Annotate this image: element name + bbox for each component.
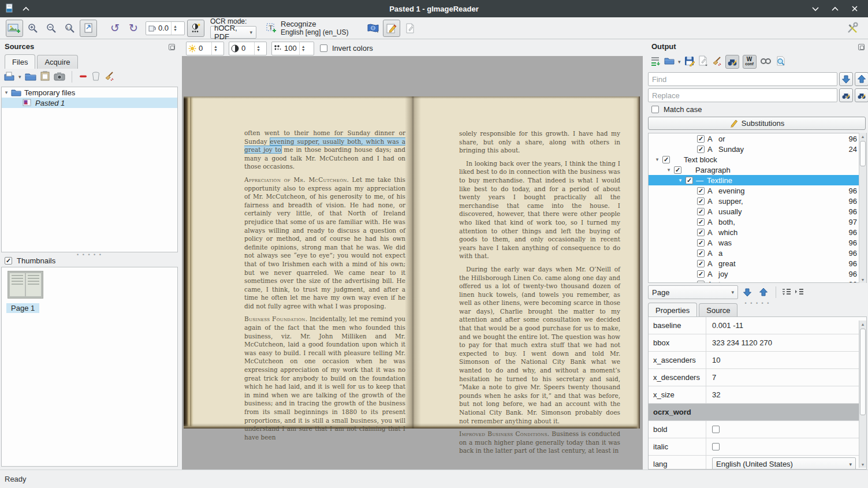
clear-sources-button[interactable] bbox=[104, 71, 114, 83]
recent-files-dropdown-icon[interactable]: ▾ bbox=[18, 74, 21, 80]
clear-output-button[interactable] bbox=[711, 56, 722, 68]
expander-icon[interactable]: ▾ bbox=[2, 90, 11, 95]
edit-mode-toggle[interactable] bbox=[383, 20, 400, 37]
zoom-fit-button[interactable] bbox=[80, 20, 97, 37]
contrast-spin-arrows[interactable]: ▲▼ bbox=[254, 42, 260, 55]
item-checkbox[interactable] bbox=[697, 239, 705, 247]
find-next-button[interactable] bbox=[839, 72, 853, 86]
add-folder-button[interactable] bbox=[25, 72, 36, 83]
match-case-checkbox[interactable] bbox=[651, 106, 659, 113]
tree-row[interactable]: Aa96 bbox=[649, 248, 866, 258]
scroll-up-icon[interactable]: ▲ bbox=[859, 321, 866, 327]
item-checkbox[interactable] bbox=[697, 135, 705, 143]
replace-button[interactable] bbox=[839, 88, 853, 102]
brightness-spinbox[interactable]: 0 ▲▼ bbox=[186, 42, 224, 55]
item-checkbox[interactable] bbox=[697, 218, 705, 226]
zoom-out-button[interactable] bbox=[43, 20, 60, 37]
open-output-dropdown-icon[interactable]: ▾ bbox=[678, 59, 681, 65]
item-checkbox[interactable] bbox=[686, 177, 693, 184]
tree-row[interactable]: Ausually96 bbox=[649, 206, 866, 217]
bold-checkbox[interactable] bbox=[712, 426, 720, 433]
rotate-left-button[interactable]: ↺ bbox=[106, 20, 124, 37]
add-image-file-button[interactable] bbox=[3, 71, 15, 83]
collapse-all-button[interactable] bbox=[794, 288, 804, 297]
tree-row[interactable]: ▾Text block bbox=[649, 154, 866, 165]
shade-icon[interactable] bbox=[21, 3, 31, 14]
item-checkbox[interactable] bbox=[697, 198, 705, 205]
tab-files[interactable]: Files bbox=[5, 54, 35, 69]
save-output-button[interactable] bbox=[684, 56, 695, 68]
sources-detach-icon[interactable] bbox=[169, 44, 175, 50]
link-position-button[interactable] bbox=[760, 58, 772, 66]
insert-append-button[interactable] bbox=[650, 56, 661, 68]
expander-icon[interactable]: ▾ bbox=[665, 167, 673, 173]
thumbnails-checkbox[interactable] bbox=[5, 257, 12, 265]
tree-row[interactable]: Aboth,97 bbox=[649, 217, 866, 227]
lang-combobox[interactable]: English (United States)▾ bbox=[712, 457, 856, 470]
tree-row[interactable]: Aor96 bbox=[649, 133, 866, 144]
tree-row[interactable]: Asupper,96 bbox=[649, 196, 866, 206]
item-checkbox[interactable] bbox=[674, 166, 681, 174]
close-button[interactable] bbox=[850, 3, 860, 14]
previous-item-button[interactable] bbox=[757, 285, 770, 299]
tree-row[interactable]: Ato96 bbox=[649, 279, 866, 283]
tree-row[interactable]: Awhich96 bbox=[649, 227, 866, 237]
tree-row-pasted-1[interactable]: Pasted 1 bbox=[2, 98, 177, 108]
image-canvas[interactable]: often went to their home for Sunday dinn… bbox=[182, 56, 643, 470]
scroll-down-icon[interactable]: ▼ bbox=[859, 461, 866, 468]
add-images-button[interactable] bbox=[6, 20, 23, 37]
open-output-button[interactable] bbox=[664, 57, 675, 67]
next-item-button[interactable] bbox=[740, 285, 754, 299]
replace-all-button[interactable] bbox=[855, 88, 868, 102]
item-checkbox[interactable] bbox=[697, 281, 705, 284]
scanned-book-image[interactable]: often went to their home for Sunday dinn… bbox=[184, 96, 640, 429]
replace-input[interactable] bbox=[648, 88, 837, 102]
scroll-down-icon[interactable]: ▼ bbox=[859, 276, 866, 283]
page-thumbnail[interactable] bbox=[8, 271, 43, 299]
ocr-mode-combobox[interactable]: hOCR, PDF ▾ bbox=[210, 26, 256, 39]
scroll-up-icon[interactable]: ▲ bbox=[859, 133, 866, 140]
find-previous-button[interactable] bbox=[855, 72, 868, 86]
tree-row[interactable]: Ajoy96 bbox=[649, 269, 866, 279]
tree-row[interactable]: Awas96 bbox=[649, 237, 866, 248]
item-checkbox[interactable] bbox=[697, 208, 705, 215]
resolution-spinbox[interactable]: 100 ▲▼ bbox=[271, 42, 314, 55]
item-checkbox[interactable] bbox=[697, 260, 705, 267]
tree-row[interactable]: Aevening96 bbox=[649, 185, 866, 196]
tree-scrollbar[interactable]: ▲ ▼ bbox=[859, 133, 866, 283]
tab-properties[interactable]: Properties bbox=[648, 303, 697, 317]
tree-row-temporary-files[interactable]: ▾ Temporary files bbox=[2, 87, 177, 98]
zoom-original-button[interactable]: 1:1 bbox=[61, 20, 79, 37]
expander-icon[interactable]: ▾ bbox=[676, 177, 684, 183]
rotate-right-button[interactable]: ↻ bbox=[125, 20, 142, 37]
item-checkbox[interactable] bbox=[697, 249, 705, 257]
image-controls-toggle[interactable] bbox=[187, 20, 204, 37]
substitutions-button[interactable]: Substitutions bbox=[648, 117, 866, 130]
zoom-in-button[interactable] bbox=[24, 20, 42, 37]
remove-source-button[interactable] bbox=[79, 72, 88, 83]
tab-source[interactable]: Source bbox=[699, 303, 737, 317]
tab-acquire[interactable]: Acquire bbox=[37, 55, 77, 69]
item-checkbox[interactable] bbox=[697, 270, 705, 278]
preview-search-button[interactable] bbox=[775, 56, 785, 68]
page-mode-combobox[interactable]: Page ▾ bbox=[648, 285, 738, 299]
tree-row[interactable]: ASunday24 bbox=[649, 144, 866, 154]
resolution-spin-arrows[interactable]: ▲▼ bbox=[299, 42, 306, 55]
output-detach-icon[interactable] bbox=[858, 44, 865, 50]
item-checkbox[interactable] bbox=[662, 156, 670, 163]
new-output-document-button[interactable] bbox=[401, 20, 419, 37]
paste-button[interactable] bbox=[40, 70, 50, 83]
recognize-button[interactable]: T Recognize English [eng] (en_US) bbox=[266, 20, 348, 36]
item-checkbox[interactable] bbox=[697, 229, 705, 236]
find-input[interactable] bbox=[648, 72, 837, 86]
delete-source-button[interactable] bbox=[91, 71, 100, 83]
selected-textline-highlight[interactable]: evening supper, usually both, which was … bbox=[244, 138, 405, 154]
brightness-spin-arrows[interactable]: ▲▼ bbox=[211, 42, 218, 55]
settings-button[interactable] bbox=[844, 20, 861, 37]
tree-row[interactable]: ▾—Textline bbox=[649, 175, 866, 185]
tree-row[interactable]: ▾Paragraph bbox=[649, 165, 866, 175]
thumbnail-page-label[interactable]: Page 1 bbox=[6, 303, 39, 313]
tree-scrollbar-thumb[interactable] bbox=[860, 141, 866, 166]
properties-scrollbar[interactable]: ▲ ▼ bbox=[859, 321, 866, 468]
word-confidence-toggle[interactable]: W conf bbox=[743, 55, 757, 69]
